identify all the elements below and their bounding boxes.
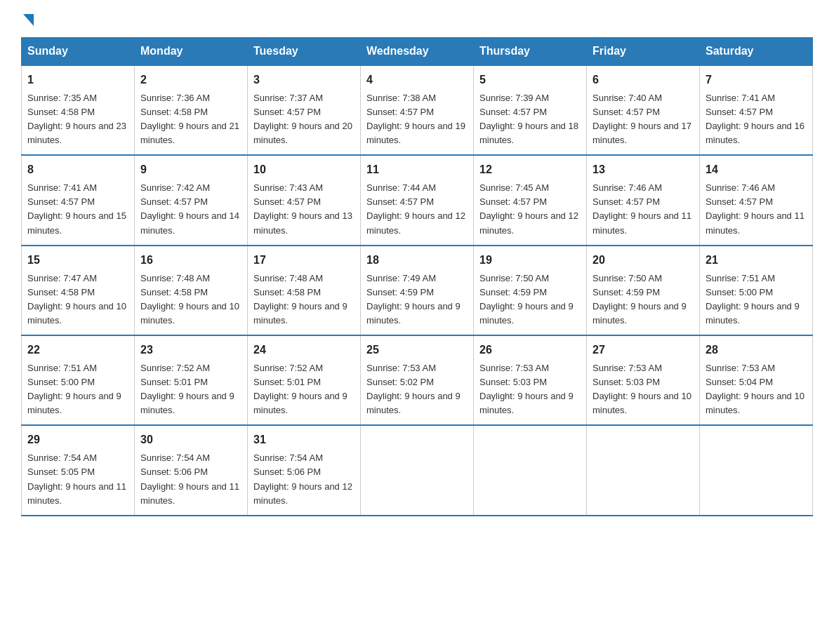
day-sunrise: Sunrise: 7:52 AM — [253, 363, 323, 373]
calendar-cell: 11Sunrise: 7:44 AMSunset: 4:57 PMDayligh… — [361, 155, 474, 245]
day-daylight: Daylight: 9 hours and 9 minutes. — [366, 391, 461, 415]
calendar-cell: 28Sunrise: 7:53 AMSunset: 5:04 PMDayligh… — [700, 335, 813, 425]
day-daylight: Daylight: 9 hours and 9 minutes. — [479, 301, 574, 326]
day-sunset: Sunset: 4:59 PM — [479, 287, 547, 297]
day-number: 28 — [706, 342, 807, 359]
day-sunrise: Sunrise: 7:46 AM — [706, 182, 775, 193]
day-sunset: Sunset: 4:58 PM — [140, 107, 208, 117]
day-sunset: Sunset: 5:00 PM — [706, 287, 773, 297]
day-sunrise: Sunrise: 7:54 AM — [27, 452, 97, 463]
calendar-header-row: SundayMondayTuesdayWednesdayThursdayFrid… — [22, 38, 813, 66]
day-daylight: Daylight: 9 hours and 9 minutes. — [366, 301, 461, 326]
day-number: 19 — [479, 252, 581, 269]
day-number: 23 — [140, 342, 241, 359]
header-friday: Friday — [587, 38, 700, 66]
day-number: 24 — [253, 342, 355, 359]
calendar-cell: 25Sunrise: 7:53 AMSunset: 5:02 PMDayligh… — [361, 335, 474, 425]
calendar-cell: 30Sunrise: 7:54 AMSunset: 5:06 PMDayligh… — [135, 425, 248, 515]
day-sunrise: Sunrise: 7:35 AM — [27, 93, 97, 103]
day-sunrise: Sunrise: 7:51 AM — [27, 363, 97, 373]
day-sunrise: Sunrise: 7:43 AM — [253, 182, 323, 193]
day-sunrise: Sunrise: 7:41 AM — [27, 182, 97, 193]
calendar-cell: 29Sunrise: 7:54 AMSunset: 5:05 PMDayligh… — [22, 425, 135, 515]
calendar-cell: 31Sunrise: 7:54 AMSunset: 5:06 PMDayligh… — [248, 425, 361, 515]
day-sunrise: Sunrise: 7:40 AM — [593, 93, 662, 103]
day-sunset: Sunset: 4:57 PM — [140, 196, 208, 207]
day-daylight: Daylight: 9 hours and 10 minutes. — [140, 301, 239, 326]
day-number: 9 — [140, 161, 241, 179]
day-number: 21 — [706, 252, 807, 269]
calendar-cell: 19Sunrise: 7:50 AMSunset: 4:59 PMDayligh… — [474, 246, 587, 335]
day-daylight: Daylight: 9 hours and 9 minutes. — [253, 391, 348, 415]
calendar-cell: 4Sunrise: 7:38 AMSunset: 4:57 PMDaylight… — [361, 65, 474, 155]
calendar-cell: 21Sunrise: 7:51 AMSunset: 5:00 PMDayligh… — [700, 246, 813, 335]
day-sunrise: Sunrise: 7:46 AM — [593, 182, 662, 193]
day-daylight: Daylight: 9 hours and 11 minutes. — [593, 210, 691, 235]
day-daylight: Daylight: 9 hours and 18 minutes. — [479, 121, 578, 145]
calendar-cell: 26Sunrise: 7:53 AMSunset: 5:03 PMDayligh… — [474, 335, 587, 425]
day-daylight: Daylight: 9 hours and 11 minutes. — [27, 481, 126, 506]
day-sunrise: Sunrise: 7:49 AM — [366, 273, 436, 283]
day-sunset: Sunset: 4:59 PM — [593, 287, 660, 297]
day-sunset: Sunset: 4:58 PM — [27, 287, 95, 297]
header-monday: Monday — [135, 38, 248, 66]
day-sunset: Sunset: 4:57 PM — [253, 107, 321, 117]
calendar-week-row: 29Sunrise: 7:54 AMSunset: 5:05 PMDayligh… — [22, 425, 813, 515]
calendar-cell: 13Sunrise: 7:46 AMSunset: 4:57 PMDayligh… — [587, 155, 700, 245]
day-sunset: Sunset: 4:59 PM — [366, 287, 434, 297]
day-sunset: Sunset: 5:03 PM — [479, 377, 547, 387]
day-sunrise: Sunrise: 7:53 AM — [593, 363, 662, 373]
day-sunrise: Sunrise: 7:48 AM — [140, 273, 210, 283]
header-tuesday: Tuesday — [248, 38, 361, 66]
day-sunset: Sunset: 4:57 PM — [366, 107, 434, 117]
day-daylight: Daylight: 9 hours and 21 minutes. — [140, 121, 239, 145]
day-sunset: Sunset: 5:01 PM — [140, 377, 208, 387]
day-sunset: Sunset: 5:06 PM — [253, 467, 321, 477]
header-saturday: Saturday — [700, 38, 813, 66]
day-sunset: Sunset: 5:00 PM — [27, 377, 95, 387]
day-number: 18 — [366, 252, 468, 269]
day-number: 30 — [140, 431, 241, 449]
day-number: 10 — [253, 161, 355, 179]
day-number: 16 — [140, 252, 241, 269]
day-sunset: Sunset: 4:58 PM — [140, 287, 208, 297]
day-sunrise: Sunrise: 7:38 AM — [366, 93, 436, 103]
day-number: 13 — [593, 161, 694, 179]
day-sunrise: Sunrise: 7:41 AM — [706, 93, 775, 103]
day-number: 17 — [253, 252, 355, 269]
day-daylight: Daylight: 9 hours and 9 minutes. — [706, 301, 800, 326]
day-number: 14 — [706, 161, 807, 179]
day-daylight: Daylight: 9 hours and 9 minutes. — [593, 301, 687, 326]
day-daylight: Daylight: 9 hours and 9 minutes. — [140, 391, 234, 415]
day-daylight: Daylight: 9 hours and 13 minutes. — [253, 210, 352, 235]
calendar-week-row: 8Sunrise: 7:41 AMSunset: 4:57 PMDaylight… — [22, 155, 813, 245]
day-sunrise: Sunrise: 7:50 AM — [593, 273, 662, 283]
day-number: 22 — [27, 342, 128, 359]
day-daylight: Daylight: 9 hours and 12 minutes. — [479, 210, 578, 235]
calendar-week-row: 15Sunrise: 7:47 AMSunset: 4:58 PMDayligh… — [22, 246, 813, 335]
day-daylight: Daylight: 9 hours and 16 minutes. — [706, 121, 805, 145]
calendar-cell: 24Sunrise: 7:52 AMSunset: 5:01 PMDayligh… — [248, 335, 361, 425]
day-daylight: Daylight: 9 hours and 23 minutes. — [27, 121, 126, 145]
day-sunset: Sunset: 4:57 PM — [366, 196, 434, 207]
day-daylight: Daylight: 9 hours and 15 minutes. — [27, 210, 126, 235]
day-sunset: Sunset: 5:02 PM — [366, 377, 434, 387]
calendar-cell: 2Sunrise: 7:36 AMSunset: 4:58 PMDaylight… — [135, 65, 248, 155]
day-sunrise: Sunrise: 7:48 AM — [253, 273, 323, 283]
logo — [21, 14, 34, 25]
day-number: 1 — [27, 72, 128, 89]
day-number: 29 — [27, 431, 128, 449]
day-sunrise: Sunrise: 7:51 AM — [706, 273, 775, 283]
calendar-cell: 10Sunrise: 7:43 AMSunset: 4:57 PMDayligh… — [248, 155, 361, 245]
day-number: 11 — [366, 161, 468, 179]
day-daylight: Daylight: 9 hours and 10 minutes. — [593, 391, 691, 415]
day-daylight: Daylight: 9 hours and 17 minutes. — [593, 121, 691, 145]
day-sunset: Sunset: 5:05 PM — [27, 467, 95, 477]
day-sunrise: Sunrise: 7:39 AM — [479, 93, 549, 103]
day-daylight: Daylight: 9 hours and 20 minutes. — [253, 121, 352, 145]
calendar-week-row: 22Sunrise: 7:51 AMSunset: 5:00 PMDayligh… — [22, 335, 813, 425]
day-daylight: Daylight: 9 hours and 14 minutes. — [140, 210, 239, 235]
calendar-cell: 23Sunrise: 7:52 AMSunset: 5:01 PMDayligh… — [135, 335, 248, 425]
day-sunrise: Sunrise: 7:53 AM — [706, 363, 775, 373]
day-daylight: Daylight: 9 hours and 9 minutes. — [253, 301, 348, 326]
